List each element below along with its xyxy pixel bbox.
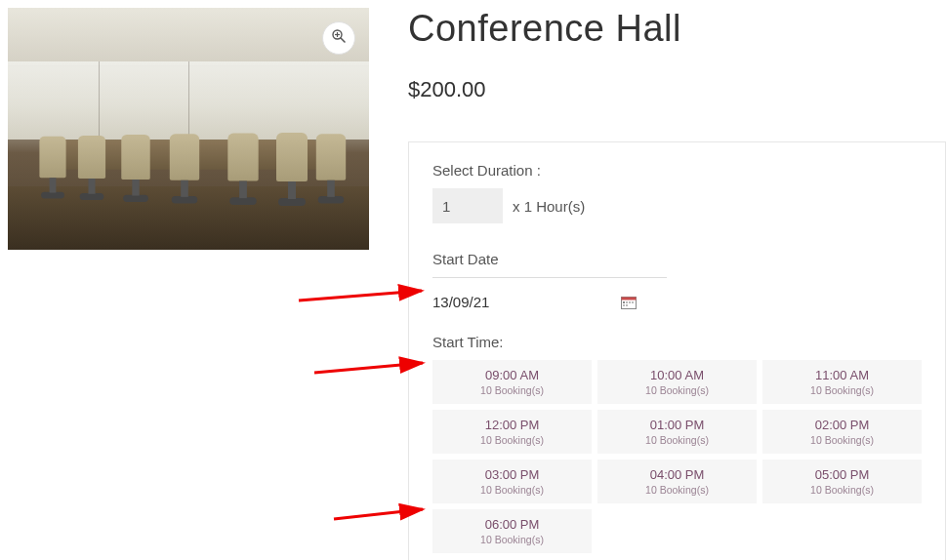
timeslot[interactable]: 03:00 PM10 Booking(s)	[432, 460, 592, 503]
timeslot-time: 02:00 PM	[766, 418, 918, 432]
divider	[432, 277, 667, 278]
timeslot[interactable]: 09:00 AM10 Booking(s)	[432, 360, 592, 404]
start-date-value[interactable]: 13/09/21	[432, 294, 489, 310]
timeslot-availability: 10 Booking(s)	[766, 484, 918, 496]
timeslot[interactable]: 12:00 PM10 Booking(s)	[432, 410, 592, 454]
timeslot-time: 11:00 AM	[766, 368, 918, 382]
timeslot-time: 04:00 PM	[601, 467, 753, 482]
duration-suffix: x 1 Hour(s)	[513, 198, 585, 215]
svg-rect-5	[622, 297, 637, 300]
svg-rect-10	[623, 304, 625, 306]
magnifier-icon	[331, 28, 347, 48]
zoom-button[interactable]	[322, 21, 355, 55]
booking-form: Select Duration : x 1 Hour(s) Start Date…	[408, 141, 946, 560]
timeslot[interactable]: 01:00 PM10 Booking(s)	[597, 410, 757, 454]
svg-line-1	[341, 38, 345, 42]
svg-rect-11	[626, 304, 628, 306]
svg-rect-7	[626, 301, 628, 303]
timeslot-time: 03:00 PM	[436, 467, 588, 482]
timeslot-availability: 10 Booking(s)	[436, 534, 588, 545]
timeslot-availability: 10 Booking(s)	[436, 384, 588, 396]
product-title: Conference Hall	[408, 8, 946, 50]
product-image[interactable]	[8, 8, 369, 250]
start-time-label: Start Time:	[432, 334, 922, 350]
product-price: $200.00	[408, 77, 946, 102]
timeslot[interactable]: 11:00 AM10 Booking(s)	[762, 360, 922, 404]
svg-rect-6	[623, 301, 625, 303]
timeslot-availability: 10 Booking(s)	[436, 484, 588, 496]
calendar-icon[interactable]	[621, 296, 637, 309]
timeslot[interactable]: 04:00 PM10 Booking(s)	[597, 460, 757, 503]
timeslot-availability: 10 Booking(s)	[436, 434, 588, 446]
timeslot[interactable]: 10:00 AM10 Booking(s)	[597, 360, 757, 404]
timeslot-availability: 10 Booking(s)	[766, 384, 918, 396]
timeslot-availability: 10 Booking(s)	[601, 484, 753, 496]
svg-rect-8	[629, 301, 631, 303]
timeslot-time: 01:00 PM	[601, 418, 753, 432]
timeslot-time: 10:00 AM	[601, 368, 753, 382]
timeslot[interactable]: 05:00 PM10 Booking(s)	[762, 460, 922, 503]
timeslot-time: 09:00 AM	[436, 368, 588, 382]
start-date-label: Start Date	[432, 251, 922, 267]
timeslot-time: 12:00 PM	[436, 418, 588, 432]
timeslot-availability: 10 Booking(s)	[601, 384, 753, 396]
duration-input[interactable]	[432, 188, 503, 223]
timeslot-time: 06:00 PM	[436, 517, 588, 532]
timeslot-availability: 10 Booking(s)	[766, 434, 918, 446]
timeslot[interactable]: 06:00 PM10 Booking(s)	[432, 509, 592, 553]
timeslot[interactable]: 02:00 PM10 Booking(s)	[762, 410, 922, 454]
timeslot-grid: 09:00 AM10 Booking(s)10:00 AM10 Booking(…	[432, 360, 922, 553]
timeslot-time: 05:00 PM	[766, 467, 918, 482]
duration-label: Select Duration :	[432, 162, 922, 179]
timeslot-availability: 10 Booking(s)	[601, 434, 753, 446]
svg-rect-9	[632, 301, 634, 303]
